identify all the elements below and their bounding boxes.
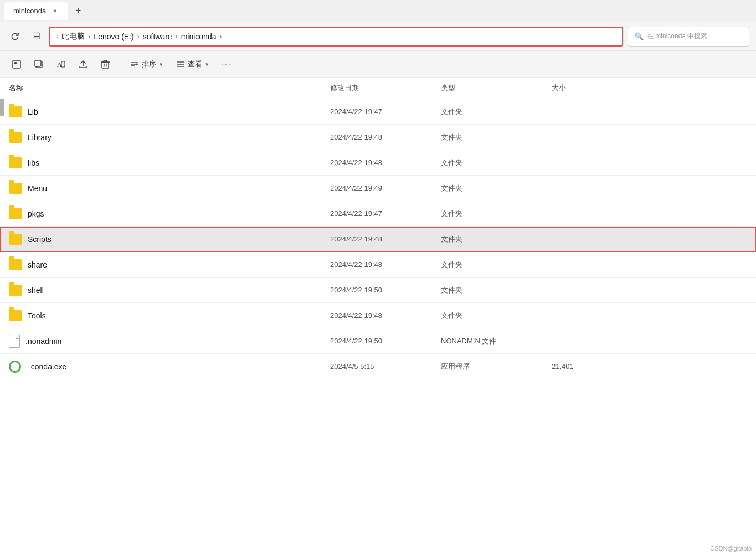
folder-icon bbox=[9, 157, 22, 168]
file-type-cell: 文件夹 bbox=[432, 285, 543, 295]
svg-rect-6 bbox=[102, 62, 109, 68]
monitor-icon: 🖥 bbox=[28, 28, 44, 45]
table-row[interactable]: _conda.exe2024/4/5 5:15应用程序21,401 bbox=[0, 354, 756, 379]
file-date-cell: 2024/4/22 19:47 bbox=[321, 209, 432, 218]
breadcrumb-item-miniconda[interactable]: miniconda bbox=[181, 32, 217, 41]
sort-chevron-icon: ∨ bbox=[159, 61, 163, 67]
breadcrumb-bar[interactable]: › 此电脑 › Lenovo (E:) › software › minicon… bbox=[49, 27, 623, 47]
svg-rect-5 bbox=[61, 61, 65, 67]
column-name-label: 名称 bbox=[9, 83, 23, 93]
active-tab[interactable]: miniconda × bbox=[4, 2, 68, 20]
table-row[interactable]: Menu2024/4/22 19:49文件夹 bbox=[0, 176, 756, 201]
file-date-cell: 2024/4/22 19:48 bbox=[321, 158, 432, 167]
file-date-cell: 2024/4/22 19:47 bbox=[321, 107, 432, 116]
file-date-cell: 2024/4/22 19:48 bbox=[321, 133, 432, 141]
folder-icon bbox=[9, 132, 22, 143]
folder-icon bbox=[9, 183, 22, 194]
more-icon: ··· bbox=[222, 60, 232, 69]
file-name-label: share bbox=[28, 260, 47, 269]
file-type-cell: 应用程序 bbox=[432, 362, 543, 372]
file-type-cell: 文件夹 bbox=[432, 158, 543, 168]
copy-button[interactable] bbox=[29, 54, 49, 74]
file-type-cell: 文件夹 bbox=[432, 209, 543, 219]
breadcrumb-item-computer[interactable]: 此电脑 bbox=[61, 32, 85, 42]
file-name-label: Menu bbox=[28, 184, 47, 193]
svg-rect-0 bbox=[13, 60, 20, 68]
file-name-label: pkgs bbox=[28, 209, 44, 218]
search-box[interactable]: 🔍 在 miniconda 中搜索 bbox=[628, 27, 749, 47]
file-name-cell: Tools bbox=[0, 310, 321, 321]
file-type-cell: 文件夹 bbox=[432, 311, 543, 321]
rename-button[interactable]: A bbox=[51, 54, 71, 74]
file-type-cell: 文件夹 bbox=[432, 260, 543, 270]
breadcrumb-sep-2: › bbox=[137, 33, 140, 40]
file-name-cell: share bbox=[0, 259, 321, 270]
file-name-cell: .nonadmin bbox=[0, 335, 321, 348]
file-date-cell: 2024/4/22 19:48 bbox=[321, 260, 432, 269]
svg-rect-1 bbox=[14, 62, 17, 64]
column-header-type[interactable]: 类型 bbox=[432, 80, 543, 96]
table-row[interactable]: pkgs2024/4/22 19:47文件夹 bbox=[0, 201, 756, 227]
breadcrumb-sep-4: › bbox=[219, 33, 222, 40]
address-bar-row: 🖥 › 此电脑 › Lenovo (E:) › software › minic… bbox=[0, 22, 756, 51]
file-rows: Lib2024/4/22 19:47文件夹Library2024/4/22 19… bbox=[0, 99, 756, 379]
toolbar-separator-1 bbox=[120, 58, 120, 71]
file-type-cell: NONADMIN 文件 bbox=[432, 336, 543, 346]
conda-icon bbox=[9, 361, 21, 373]
tab-label: miniconda bbox=[13, 7, 46, 15]
table-row[interactable]: share2024/4/22 19:48文件夹 bbox=[0, 252, 756, 278]
folder-icon bbox=[9, 259, 22, 270]
table-row[interactable]: shell2024/4/22 19:50文件夹 bbox=[0, 278, 756, 303]
breadcrumb-item-lenovo[interactable]: Lenovo (E:) bbox=[94, 32, 133, 41]
folder-icon bbox=[9, 234, 22, 245]
file-name-cell: libs bbox=[0, 157, 321, 168]
file-name-label: Lib bbox=[28, 107, 38, 116]
sort-arrow-icon: ↑ bbox=[25, 85, 28, 91]
column-header-size[interactable]: 大小 bbox=[543, 80, 756, 96]
sort-label: 排序 bbox=[142, 59, 156, 69]
breadcrumb-sep-1: › bbox=[88, 33, 90, 40]
sort-button[interactable]: 排序 ∨ bbox=[125, 54, 168, 74]
doc-icon bbox=[9, 335, 20, 348]
file-date-cell: 2024/4/22 19:50 bbox=[321, 286, 432, 294]
more-button[interactable]: ··· bbox=[217, 54, 236, 74]
file-name-label: .nonadmin bbox=[25, 337, 61, 346]
share-button[interactable] bbox=[73, 54, 93, 74]
file-name-cell: _conda.exe bbox=[0, 361, 321, 373]
refresh-button[interactable] bbox=[7, 28, 23, 45]
search-icon: 🔍 bbox=[635, 32, 644, 40]
file-type-cell: 文件夹 bbox=[432, 234, 543, 244]
column-date-label: 修改日期 bbox=[330, 84, 359, 92]
table-row[interactable]: .nonadmin2024/4/22 19:50NONADMIN 文件 bbox=[0, 328, 756, 354]
file-size-cell: 21,401 bbox=[543, 362, 756, 371]
file-type-cell: 文件夹 bbox=[432, 132, 543, 142]
file-name-cell: Menu bbox=[0, 183, 321, 194]
delete-button[interactable] bbox=[95, 54, 115, 74]
watermark: CSDN@gitabip bbox=[710, 545, 752, 552]
file-name-label: Tools bbox=[28, 311, 46, 320]
table-row[interactable]: Tools2024/4/22 19:48文件夹 bbox=[0, 303, 756, 328]
folder-icon bbox=[9, 208, 22, 219]
view-chevron-icon: ∨ bbox=[205, 61, 209, 67]
column-size-label: 大小 bbox=[552, 84, 566, 92]
file-name-cell: Lib bbox=[0, 106, 321, 117]
column-header-date[interactable]: 修改日期 bbox=[321, 80, 432, 96]
file-name-cell: pkgs bbox=[0, 208, 321, 219]
file-name-label: libs bbox=[28, 158, 39, 167]
file-name-cell: Library bbox=[0, 132, 321, 143]
new-tab-button[interactable]: + bbox=[70, 3, 86, 19]
table-row[interactable]: libs2024/4/22 19:48文件夹 bbox=[0, 150, 756, 176]
column-header-name[interactable]: 名称 ↑ bbox=[0, 80, 321, 96]
tab-close-button[interactable]: × bbox=[50, 7, 59, 16]
table-row[interactable]: Scripts2024/4/22 19:48文件夹 bbox=[0, 227, 756, 252]
table-row[interactable]: Lib2024/4/22 19:47文件夹 bbox=[0, 99, 756, 125]
pin-button[interactable] bbox=[7, 54, 27, 74]
table-row[interactable]: Library2024/4/22 19:48文件夹 bbox=[0, 125, 756, 150]
file-list-header: 名称 ↑ 修改日期 类型 大小 bbox=[0, 78, 756, 99]
breadcrumb-item-software[interactable]: software bbox=[143, 32, 172, 41]
column-type-label: 类型 bbox=[441, 84, 455, 92]
file-name-cell: shell bbox=[0, 285, 321, 296]
view-button[interactable]: 查看 ∨ bbox=[171, 54, 214, 74]
file-name-label: shell bbox=[28, 286, 44, 295]
file-name-label: Scripts bbox=[28, 235, 52, 244]
